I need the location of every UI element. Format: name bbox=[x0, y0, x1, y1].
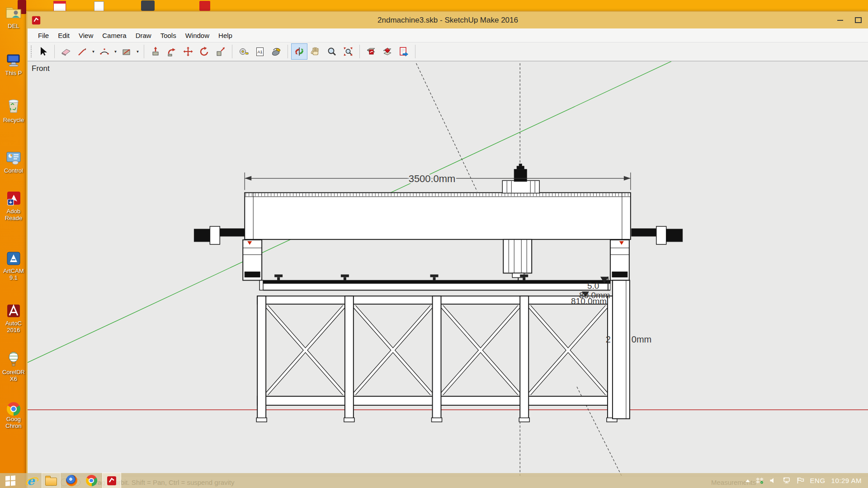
clock[interactable]: 10:29 AM bbox=[831, 477, 862, 484]
arc-tool-dropdown[interactable]: ▼ bbox=[113, 44, 118, 59]
recycle-bin-icon bbox=[5, 97, 23, 117]
scale-icon bbox=[215, 46, 226, 57]
dimension-col-left-fragment: 2 bbox=[606, 334, 611, 344]
toolbar-drag-handle[interactable] bbox=[30, 45, 33, 58]
language-indicator[interactable]: ENG bbox=[810, 477, 826, 484]
taskbar: e ENG 10:29 AM bbox=[0, 473, 868, 488]
model-viewport[interactable]: Front bbox=[28, 61, 868, 476]
line-tool-dropdown[interactable]: ▼ bbox=[90, 44, 96, 59]
extension-warehouse-button[interactable] bbox=[379, 43, 396, 60]
toolbar: ▼ ▼ ▼ bbox=[28, 42, 868, 61]
internet-explorer-icon: e bbox=[27, 475, 35, 487]
arc-tool-button[interactable] bbox=[96, 43, 113, 60]
dimension-width-label: 3500.0mm bbox=[409, 173, 456, 184]
extension-warehouse-icon bbox=[382, 46, 393, 57]
desktop-icon-google-chrome[interactable]: Goog Chron bbox=[1, 402, 26, 429]
orbit-tool-button[interactable] bbox=[291, 43, 307, 60]
pan-hand-icon bbox=[310, 46, 321, 57]
model-scene: 3500.0mm 5.0 80.0mm 810.0mm 2 0mm bbox=[28, 61, 868, 476]
select-tool-button[interactable] bbox=[35, 43, 51, 60]
volume-icon[interactable] bbox=[769, 477, 776, 484]
eraser-icon bbox=[61, 46, 71, 57]
show-hidden-icons-chevron[interactable] bbox=[745, 479, 750, 482]
maximize-button[interactable] bbox=[855, 17, 862, 23]
rectangle-tool-dropdown[interactable]: ▼ bbox=[135, 44, 141, 59]
desktop-icon-coreldraw[interactable]: CorelDR X6 bbox=[1, 351, 26, 382]
sketchup-icon bbox=[106, 475, 117, 486]
partial-desktop-icon bbox=[141, 0, 155, 11]
rectangle-icon bbox=[121, 46, 132, 57]
dropbox-icon[interactable] bbox=[756, 477, 764, 484]
action-center-flag-icon[interactable] bbox=[797, 477, 804, 484]
taskbar-firefox[interactable] bbox=[62, 473, 80, 488]
desktop-icon-control-panel[interactable]: Control bbox=[1, 149, 26, 174]
view-name-label: Front bbox=[32, 64, 50, 73]
taskbar-internet-explorer[interactable]: e bbox=[22, 473, 40, 488]
tape-measure-tool-button[interactable] bbox=[236, 43, 252, 60]
3d-warehouse-icon bbox=[366, 46, 377, 57]
dimension-col-right-fragment: 0mm bbox=[632, 334, 651, 344]
shared-folder-icon bbox=[5, 4, 23, 23]
start-button[interactable] bbox=[0, 473, 21, 488]
scale-tool-button[interactable] bbox=[212, 43, 229, 60]
menu-window[interactable]: Window bbox=[181, 30, 214, 41]
follow-me-icon bbox=[166, 46, 177, 57]
partial-desktop-icon bbox=[53, 1, 66, 12]
desktop-icon-adobe-reader[interactable]: Adob Reade bbox=[1, 190, 26, 221]
firefox-icon bbox=[66, 475, 77, 486]
paint-bucket-icon bbox=[271, 46, 282, 57]
desktop-icon-artcam[interactable]: ArtCAM 9.1 bbox=[1, 249, 26, 281]
text-icon: A1 bbox=[255, 46, 265, 57]
menu-tools[interactable]: Tools bbox=[156, 30, 181, 41]
taskbar-file-explorer[interactable] bbox=[42, 473, 61, 488]
menu-view[interactable]: View bbox=[74, 30, 98, 41]
menu-edit[interactable]: Edit bbox=[53, 30, 74, 41]
menu-draw[interactable]: Draw bbox=[131, 30, 156, 41]
menu-help[interactable]: Help bbox=[214, 30, 237, 41]
partial-desktop-icon bbox=[199, 1, 210, 11]
arc-icon bbox=[99, 46, 110, 57]
line-tool-button[interactable] bbox=[74, 43, 90, 60]
desktop-icon-del-folder[interactable]: DEL bbox=[1, 4, 26, 29]
chrome-icon bbox=[86, 475, 97, 486]
tape-measure-icon bbox=[238, 46, 249, 57]
sketchup-window: 2ndmachine3.skb - SketchUp Make 2016 Fil… bbox=[26, 11, 868, 488]
window-title: 2ndmachine3.skb - SketchUp Make 2016 bbox=[28, 16, 868, 25]
zoom-icon bbox=[326, 46, 337, 57]
taskbar-sketchup[interactable] bbox=[102, 473, 121, 488]
paint-bucket-tool-button[interactable] bbox=[268, 43, 284, 60]
pan-tool-button[interactable] bbox=[307, 43, 324, 60]
titlebar[interactable]: 2ndmachine3.skb - SketchUp Make 2016 bbox=[28, 12, 868, 28]
dimension-h2-label: 810.0mm bbox=[571, 296, 607, 306]
eraser-tool-button[interactable] bbox=[58, 43, 74, 60]
move-tool-button[interactable] bbox=[180, 43, 196, 60]
menubar: File Edit View Camera Draw Tools Window … bbox=[28, 28, 868, 42]
text-tool-button[interactable]: A1 bbox=[252, 43, 268, 60]
windows-logo-icon bbox=[5, 475, 15, 486]
computer-icon bbox=[5, 52, 23, 70]
autocad-icon bbox=[5, 302, 23, 320]
minimize-button[interactable] bbox=[837, 20, 843, 21]
orbit-icon bbox=[294, 46, 305, 57]
menu-file[interactable]: File bbox=[33, 30, 53, 41]
taskbar-chrome[interactable] bbox=[82, 473, 100, 488]
network-icon[interactable] bbox=[782, 477, 791, 484]
desktop-icon-this-pc[interactable]: This P bbox=[1, 52, 26, 76]
send-to-layout-button[interactable] bbox=[396, 43, 412, 60]
desktop-icon-autocad[interactable]: AutoC 2016 bbox=[1, 302, 26, 333]
partial-desktop-icon bbox=[94, 1, 104, 12]
3d-warehouse-button[interactable] bbox=[363, 43, 379, 60]
push-pull-tool-button[interactable] bbox=[147, 43, 164, 60]
zoom-tool-button[interactable] bbox=[324, 43, 340, 60]
file-explorer-icon bbox=[45, 478, 57, 486]
dimension-small-label: 5.0 bbox=[587, 281, 599, 291]
rectangle-tool-button[interactable] bbox=[118, 43, 135, 60]
rotate-icon bbox=[199, 46, 210, 57]
follow-me-tool-button[interactable] bbox=[164, 43, 180, 60]
send-to-layout-icon bbox=[398, 46, 409, 57]
artcam-icon bbox=[5, 249, 23, 267]
rotate-tool-button[interactable] bbox=[196, 43, 212, 60]
menu-camera[interactable]: Camera bbox=[98, 30, 131, 41]
desktop-icon-recycle-bin[interactable]: Recycle bbox=[1, 97, 26, 123]
zoom-extents-button[interactable] bbox=[340, 43, 356, 60]
